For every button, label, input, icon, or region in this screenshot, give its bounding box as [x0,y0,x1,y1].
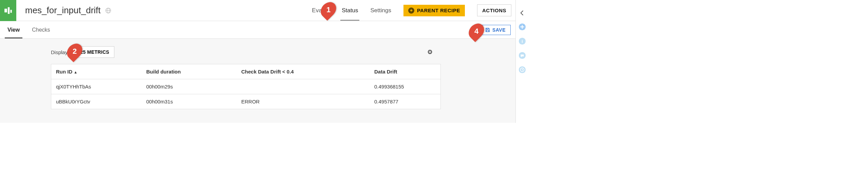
cell-run-id: qjX0TYHhTbAs [51,79,141,94]
rail-chat-icon[interactable] [518,52,526,59]
top-header: mes_for_input_drift Evalua Status Settin… [0,0,515,21]
actions-button[interactable]: ACTIONS [477,4,511,16]
save-label: SAVE [492,27,506,33]
content-area: Display 3/25 METRICS 2 ⚙ Run ID▲ Build d… [0,39,515,123]
cell-data-drift: 0.499368155 [370,79,440,94]
col-run-id-label: Run ID [56,69,72,75]
col-check-drift[interactable]: Check Data Drift < 0.4 [237,64,370,79]
gear-icon[interactable]: ⚙ [427,48,507,56]
col-data-drift[interactable]: Data Drift [370,64,440,79]
display-label: Display [51,49,68,55]
cell-check-drift: ERROR [237,94,370,109]
table-row: uBBkU0rYGctv 00h00m31s ERROR 0.4957877 [51,94,440,109]
svg-rect-0 [4,9,7,12]
col-run-id[interactable]: Run ID▲ [51,64,141,79]
cell-build-duration: 00h00m29s [141,79,237,94]
cell-data-drift: 0.4957877 [370,94,440,109]
tab-view[interactable]: View [5,22,22,38]
svg-rect-7 [487,30,489,32]
svg-rect-1 [8,7,10,14]
svg-text:i: i [522,39,523,44]
nav-status[interactable]: Status [342,1,358,20]
sort-asc-icon: ▲ [74,70,77,74]
parent-recipe-button[interactable]: ✦ PARENT RECIPE [403,5,465,16]
nav-settings[interactable]: Settings [370,1,391,20]
app-logo [0,0,16,21]
recipe-icon: ✦ [408,7,414,14]
save-icon [485,27,490,33]
svg-rect-2 [11,10,12,13]
globe-icon[interactable] [105,7,112,14]
page-title: mes_for_input_drift [25,5,101,16]
col-build-duration[interactable]: Build duration [141,64,237,79]
rail-clock-icon[interactable] [518,66,526,73]
rail-add-icon[interactable] [518,23,526,31]
dataset-icon [4,6,13,15]
svg-rect-6 [487,28,488,29]
metrics-selector-button[interactable]: 3/25 METRICS [71,46,114,58]
rail-back-icon[interactable] [519,10,526,16]
save-button[interactable]: SAVE [481,25,511,35]
cell-check-drift [237,79,370,94]
cell-build-duration: 00h00m31s [141,94,237,109]
sub-header: View Checks SAVE 4 [0,21,515,39]
table-row: qjX0TYHhTbAs 00h00m29s 0.499368155 [51,79,440,94]
cell-run-id: uBBkU0rYGctv [51,94,141,109]
rail-info-icon[interactable]: i [518,37,526,45]
parent-recipe-label: PARENT RECIPE [417,7,460,13]
nav-evaluation[interactable]: Evalua [312,1,329,20]
tab-checks[interactable]: Checks [29,22,53,38]
right-rail: i [516,0,529,123]
table-header-row: Run ID▲ Build duration Check Data Drift … [51,64,440,79]
metrics-table: Run ID▲ Build duration Check Data Drift … [51,64,441,109]
